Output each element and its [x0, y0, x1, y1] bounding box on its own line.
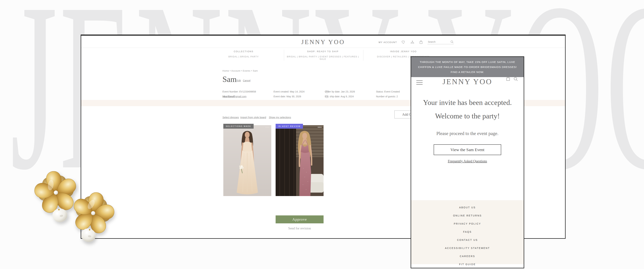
- host-email-link[interactable]: hikaribars@gmail.com: [222, 94, 246, 99]
- site-logo[interactable]: JENNY YOO: [81, 38, 565, 46]
- event-details-col3: Order by date: Jan 23, 2026? Est. ship d…: [325, 89, 375, 99]
- footer-link-contact-us[interactable]: CONTACT US: [411, 239, 524, 241]
- est-ship-date: Est. ship date: Aug 9, 2024?: [325, 94, 375, 99]
- footer-link-accessibility[interactable]: ACCESSIBILITY STATEMENT: [411, 247, 524, 250]
- status-badge-in-host-review: IN HOST REVIEW: [276, 124, 303, 129]
- nav-title-inside[interactable]: INSIDE JENNY YOO: [369, 50, 438, 53]
- event-edit-link[interactable]: Edit: [237, 79, 241, 82]
- nav-group-collections: COLLECTIONS BRIDAL | BRIDAL PARTY: [218, 50, 270, 58]
- header-divider: [81, 48, 565, 48]
- mobile-preview-window: THROUGH THE MONTH OF MAY, TAKE 15% OFF L…: [411, 56, 524, 268]
- event-details-col2: Event created: May 14, 2024 Event date: …: [274, 89, 324, 99]
- status-badge-selections-made: SELECTIONS MADE: [223, 124, 254, 129]
- breadcrumb[interactable]: Home • Account • Events • Sam: [222, 69, 258, 72]
- search-icon[interactable]: [450, 40, 454, 43]
- dress-card-mira: SELECTIONS MADE ••• anna bé Texas MIRA C…: [223, 125, 271, 236]
- mobile-footer: ABOUT US ONLINE RETURNS PRIVACY POLICY F…: [411, 200, 524, 264]
- select-dresses-link[interactable]: Select dresses: [222, 116, 239, 119]
- dress-photo-mira[interactable]: [223, 125, 271, 196]
- event-details-col1: Event Number: EV1233499658 Host Email: h…: [222, 89, 273, 94]
- wishlist-heart-icon[interactable]: [402, 40, 406, 44]
- show-selections-link[interactable]: Show my selections: [269, 116, 291, 119]
- event-title: Sam: [222, 75, 237, 84]
- search-box: [428, 40, 454, 44]
- footer-link-fit-guide[interactable]: FIT GUIDE: [411, 263, 524, 266]
- faq-link[interactable]: Frequently Asked Questions: [411, 159, 524, 163]
- view-event-button[interactable]: View the Sam Event: [434, 144, 501, 155]
- footer-link-online-returns[interactable]: ONLINE RETURNS: [411, 214, 524, 217]
- footer-link-privacy-policy[interactable]: PRIVACY POLICY: [411, 222, 524, 225]
- card-menu-dots-icon[interactable]: •••: [266, 126, 270, 129]
- welcome-headline: Welcome to the party!: [411, 112, 524, 120]
- card-menu-dots-icon[interactable]: •••: [318, 126, 322, 129]
- event-date: Event date: May 30, 2026: [274, 94, 324, 99]
- import-style-board-link[interactable]: Import from style board: [240, 116, 266, 119]
- send-for-revision-link[interactable]: Send for revision: [276, 227, 324, 230]
- event-created: Event created: May 14, 2024: [274, 89, 324, 94]
- event-number: Event Number: EV1233499658: [222, 89, 273, 94]
- nav-separator: [363, 50, 364, 60]
- order-by-date: Order by date: Jan 23, 2026?: [325, 89, 375, 94]
- invite-accepted-headline: Your invite has been accepted.: [411, 98, 524, 107]
- nav-group-shop: SHOP: READY TO SHIP BRIDAL | BRIDAL PART…: [284, 50, 362, 60]
- hanger-icon[interactable]: [410, 40, 414, 44]
- earrings-photo: [31, 171, 125, 269]
- footer-link-about-us[interactable]: ABOUT US: [411, 206, 524, 209]
- proceed-subtext: Please proceed to the event page.: [411, 131, 524, 136]
- nav-title-collections[interactable]: COLLECTIONS: [218, 50, 270, 53]
- dress-card-leilani: IN HOST REVIEW ••• Kate LEILANI Color: C…: [276, 125, 324, 236]
- header-utility-bar: MY ACCOUNT: [378, 40, 454, 44]
- shopping-bag-icon[interactable]: [419, 40, 423, 44]
- nav-items-collections[interactable]: BRIDAL | BRIDAL PARTY: [218, 55, 270, 58]
- approve-button[interactable]: Approve: [276, 215, 324, 223]
- dress-photo-leilani[interactable]: [276, 125, 324, 196]
- my-account-link[interactable]: MY ACCOUNT: [378, 41, 397, 43]
- nav-title-shop[interactable]: SHOP: READY TO SHIP: [284, 50, 362, 53]
- promo-banner[interactable]: THROUGH THE MONTH OF MAY, TAKE 15% OFF L…: [411, 57, 524, 77]
- event-cancel-link[interactable]: Cancel: [243, 79, 250, 82]
- search-input[interactable]: [428, 40, 450, 43]
- nav-items-shop[interactable]: BRIDAL | BRIDAL PARTY | EVENT DRESSES | …: [284, 55, 362, 60]
- footer-link-faqs[interactable]: FAQS: [411, 231, 524, 233]
- footer-link-careers[interactable]: CAREERS: [411, 255, 524, 258]
